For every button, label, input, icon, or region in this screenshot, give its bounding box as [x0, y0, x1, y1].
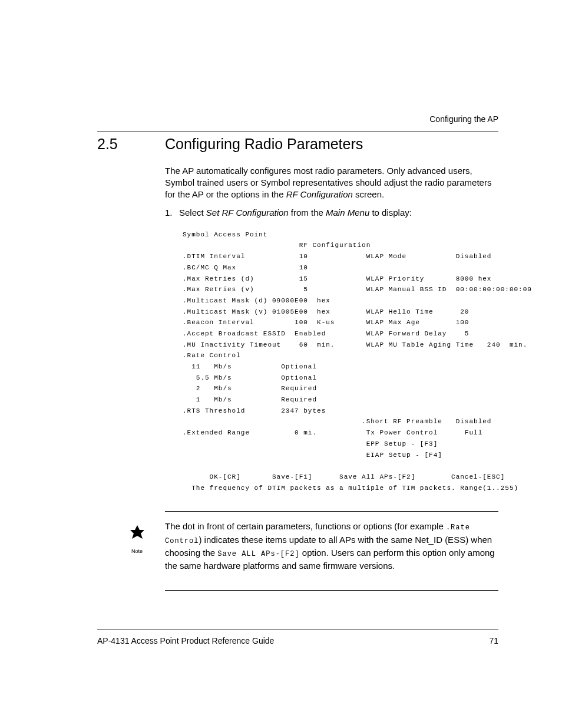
header-rule — [97, 131, 498, 131]
screen-line: .Accept Broadcast ESSID Enabled WLAP For… — [183, 330, 469, 337]
screen-line: .Max Retries (d) 15 WLAP Priority 8000 h… — [183, 275, 491, 282]
screen-line: .Rate Control — [183, 352, 241, 359]
page-number: 71 — [489, 636, 498, 645]
section-title: Configuring Radio Parameters — [165, 136, 363, 152]
screen-line: Symbol Access Point — [183, 231, 267, 238]
intro-paragraph: The AP automatically configures most rad… — [165, 165, 498, 201]
footer-left: AP-4131 Access Point Product Reference G… — [97, 636, 274, 645]
screen-line: .Multicast Mask (d) 09000E00 hex — [183, 297, 330, 304]
note-icon — [127, 523, 148, 545]
note-top-rule — [165, 511, 498, 512]
screen-line: 1 Mb/s Required — [183, 396, 317, 403]
note-text: The dot in front of certain parameters, … — [165, 520, 498, 572]
screen-line: RF Configuration — [183, 242, 371, 249]
step-text-c: to display: — [369, 207, 412, 218]
section-heading: 2.5Configuring Radio Parameters — [97, 136, 498, 153]
screen-line: .Short RF Preamble Disabled — [183, 418, 491, 425]
step-text-b: from the — [289, 207, 326, 218]
terminal-screen: Symbol Access Point RF Configuration .DT… — [183, 229, 498, 494]
step-text-a: Select — [179, 207, 206, 218]
page: Configuring the AP 2.5Configuring Radio … — [0, 0, 562, 728]
page-footer: AP-4131 Access Point Product Reference G… — [97, 630, 498, 645]
note-block: Note The dot in front of certain paramet… — [109, 520, 498, 572]
screen-line: .MU Inactivity Timeout 60 min. WLAP MU T… — [183, 341, 527, 348]
note-label: Note — [109, 548, 165, 554]
step-1: 1.Select Set RF Configuration from the M… — [165, 207, 498, 219]
screen-line: .Max Retries (v) 5 WLAP Manual BSS ID 00… — [183, 286, 532, 293]
screen-line: .Multicast Mask (v) 01005E00 hex WLAP He… — [183, 308, 469, 315]
screen-line: 11 Mb/s Optional — [183, 363, 317, 370]
screen-line: 2 Mb/s Required — [183, 385, 317, 392]
screen-line: .RTS Threshold 2347 bytes — [183, 407, 326, 414]
note-text-a: The dot in front of certain parameters, … — [165, 521, 446, 531]
running-header: Configuring the AP — [429, 114, 498, 124]
screen-line: .BC/MC Q Max 10 — [183, 264, 308, 271]
screen-line: .DTIM Interval 10 WLAP Mode Disabled — [183, 253, 491, 260]
intro-text-b: screen. — [353, 189, 384, 199]
note-bottom-rule — [165, 590, 498, 591]
intro-em: RF Configuration — [286, 189, 353, 199]
step-number: 1. — [165, 207, 179, 219]
screen-line: .Beacon Interval 100 K-us WLAP Max Age 1… — [183, 319, 469, 326]
screen-line: 5.5 Mb/s Optional — [183, 374, 317, 381]
note-icon-column: Note — [109, 520, 165, 572]
screen-line: OK-[CR] Save-[F1] Save All APs-[F2] Canc… — [183, 473, 505, 480]
note-mono-2: Save ALL APs-[F2] — [217, 550, 299, 558]
screen-line: .Extended Range 0 mi. Tx Power Control F… — [183, 429, 482, 436]
screen-line: EPP Setup - [F3] — [183, 440, 438, 447]
screen-line: EIAP Setup - [F4] — [183, 452, 442, 459]
step-em-1: Set RF Configuration — [206, 207, 289, 218]
screen-line: The frequency of DTIM packets as a multi… — [183, 485, 518, 492]
section-number: 2.5 — [97, 136, 165, 153]
step-em-2: Main Menu — [326, 207, 369, 218]
